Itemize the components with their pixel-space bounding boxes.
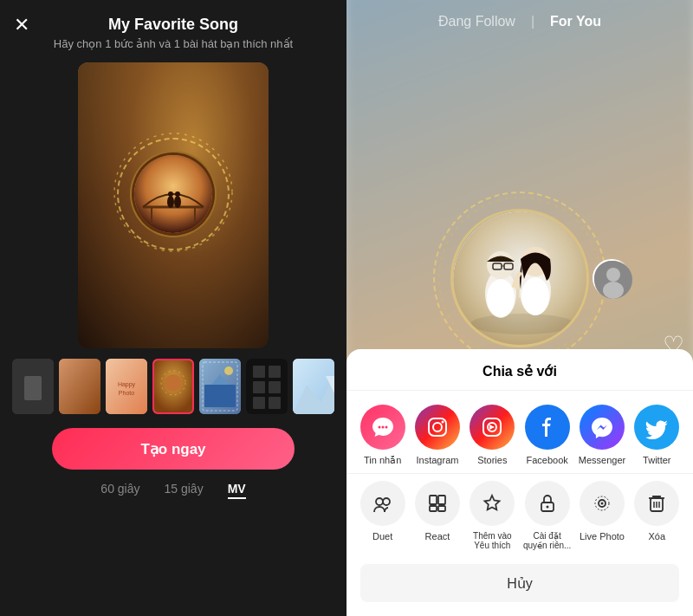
messenger-logo [590,415,614,439]
svg-point-53 [441,421,444,424]
stories-logo [480,415,504,439]
thumb-2-preview [59,359,100,414]
facebook-label: Facebook [526,455,567,465]
svg-point-7 [174,196,181,208]
them-vao-icon [470,481,515,526]
svg-point-63 [546,506,548,509]
thumb-1[interactable] [12,359,54,414]
instagram-label: Instagram [417,455,459,465]
share-stories[interactable]: Stories [468,405,516,466]
small-avatar [593,259,631,297]
thumb-1-preview [12,359,54,414]
thumbnail-strip: Happy Photo [3,359,343,414]
svg-point-41 [487,279,515,317]
vinyl-inner [130,151,217,237]
share-messenger[interactable]: Messenger [578,405,626,466]
svg-point-37 [487,251,515,279]
svg-point-48 [378,426,380,429]
svg-point-8 [175,191,180,197]
xoa-icon [634,481,679,526]
left-panel: ✕ My Favorite Song Hãy chọn 1 bức ảnh và… [0,0,346,616]
duration-60s[interactable]: 60 giây [100,482,139,499]
svg-point-5 [167,196,174,208]
svg-point-56 [376,498,383,505]
tin-nhan-icon [360,405,405,450]
svg-rect-28 [253,397,265,409]
svg-text:Photo: Photo [119,390,134,396]
share-duet[interactable]: Duet [359,481,407,550]
svg-point-50 [385,426,387,429]
thumb-6[interactable] [246,359,288,414]
cai-dat-icon [525,481,570,526]
thumb-3-preview: Happy Photo [106,359,147,414]
tab-following[interactable]: Đang Follow [438,14,515,29]
share-live-photo[interactable]: Live Photo [578,481,626,550]
album-art [134,155,212,233]
svg-rect-26 [253,381,265,393]
right-vinyl [433,191,606,365]
share-cai-dat[interactable]: Cài đặt quyền riên... [523,481,572,550]
share-twitter[interactable]: Twitter [632,405,681,466]
duet-label: Duet [372,531,392,541]
react-icon [415,481,460,526]
subtitle: Hãy chọn 1 bức ảnh và 1 bài hát bạn thíc… [54,37,293,50]
svg-rect-59 [438,496,445,504]
facebook-icon [525,405,570,450]
svg-rect-10 [24,376,42,400]
svg-point-47 [603,282,624,299]
instagram-icon [415,405,460,450]
duration-mv[interactable]: MV [228,482,246,499]
live-photo-label: Live Photo [580,531,625,541]
svg-point-35 [470,314,574,334]
instagram-logo [425,415,450,439]
share-tin-nhan[interactable]: Tin nhắn [359,405,407,466]
vinyl-ring [117,138,230,250]
lock-svg [537,493,558,514]
xoa-label: Xóa [649,531,666,541]
share-xoa[interactable]: Xóa [632,481,681,550]
svg-point-44 [521,277,549,315]
thumb-2[interactable] [59,359,100,414]
share-them-vao[interactable]: Thêm vào Yêu thích [468,481,516,550]
svg-point-6 [168,191,173,197]
thumb-7-preview [293,359,334,414]
live-photo-icon [580,481,625,526]
duet-icon [360,481,405,526]
svg-rect-61 [438,506,445,511]
twitter-label: Twitter [643,455,670,465]
svg-rect-25 [269,366,281,378]
share-react[interactable]: React [413,481,462,550]
share-facebook[interactable]: Facebook [523,405,572,466]
svg-rect-27 [269,381,281,393]
svg-point-66 [600,503,603,505]
right-panel: Đang Follow | For You [346,0,693,616]
avatar-img [594,261,632,299]
twitter-icon [634,405,679,450]
thumb-7[interactable] [293,359,334,414]
thumb-4-preview [154,360,192,412]
couple-photo [453,211,589,347]
svg-rect-24 [253,366,265,378]
svg-point-17 [165,374,182,392]
svg-rect-20 [204,385,236,407]
svg-point-46 [606,268,620,282]
thumb-6-preview [246,359,288,414]
svg-rect-58 [430,496,437,504]
share-instagram[interactable]: Instagram [413,405,462,466]
cancel-button[interactable]: Hủy [360,564,679,602]
svg-rect-23 [246,359,288,414]
svg-rect-60 [430,506,437,511]
facebook-logo [535,415,560,439]
thumb-3[interactable]: Happy Photo [106,359,147,414]
couple-illustration [453,211,589,347]
duration-15s[interactable]: 15 giây [165,482,204,499]
react-label: React [425,531,450,541]
page-title: My Favorite Song [54,16,293,34]
thumb-5[interactable] [199,359,241,414]
close-button[interactable]: ✕ [14,14,29,36]
create-button[interactable]: Tạo ngay [52,428,295,470]
share-row-1: Tin nhắn Instagram [346,391,693,473]
svg-point-57 [383,498,390,505]
tab-for-you[interactable]: For You [550,14,601,29]
thumb-4-selected[interactable] [152,359,194,414]
